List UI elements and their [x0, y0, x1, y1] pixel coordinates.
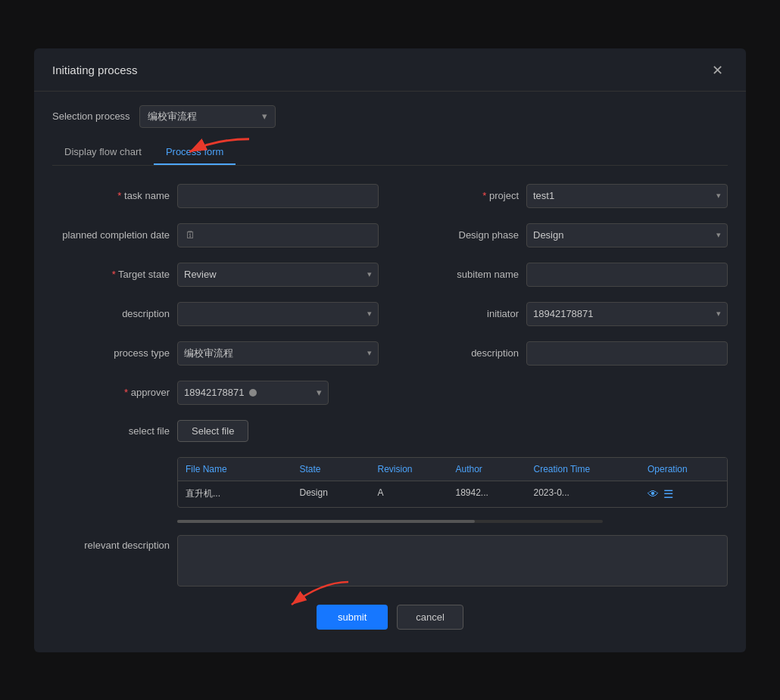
description-chevron-icon: ▾: [367, 309, 372, 319]
initiator-value: 18942178871: [533, 308, 594, 319]
design-phase-label: Design phase: [401, 229, 519, 241]
select-file-section: select file Select file: [52, 420, 728, 442]
dialog-body: Selection process 编校审流程 ▾ Display flow c…: [34, 92, 746, 630]
col-creation-time: Creation Time: [534, 464, 642, 474]
file-revision-cell: A: [378, 487, 450, 501]
target-state-dropdown[interactable]: Review ▾: [177, 263, 379, 287]
col-author: Author: [456, 464, 528, 474]
selection-process-dropdown[interactable]: 编校审流程 ▾: [139, 105, 276, 128]
description-row: description ▾: [52, 302, 379, 326]
approver-dropdown[interactable]: 18942178871 ▾: [177, 381, 329, 405]
tab-arrow-indicator: [181, 134, 249, 161]
col-operation: Operation: [647, 464, 719, 474]
file-table-header: File Name State Revision Author Creation…: [178, 458, 727, 481]
dialog-title: Initiating process: [52, 64, 138, 76]
initiator-row: initiator 18942178871 ▾: [401, 302, 728, 326]
form-grid: task name project test1 ▾ planned comple…: [52, 184, 728, 366]
file-name-cell: 直升机...: [186, 487, 294, 501]
design-phase-value: Design: [533, 229, 563, 241]
scrollbar-thumb: [177, 520, 475, 523]
initiator-chevron-icon: ▾: [716, 309, 721, 319]
target-state-chevron-icon: ▾: [367, 269, 372, 279]
table-row: 直升机... Design A 18942... 2023-0... 👁 ☰: [178, 481, 727, 507]
cancel-button[interactable]: cancel: [397, 605, 463, 630]
col-state: State: [300, 464, 372, 474]
initiator-label: initiator: [401, 308, 519, 319]
description-dropdown[interactable]: ▾: [177, 302, 379, 326]
approver-section: approver 18942178871 ▾: [52, 381, 728, 405]
task-name-row: task name: [52, 184, 379, 208]
task-name-input[interactable]: [177, 184, 379, 208]
description2-row: description: [401, 341, 728, 366]
selection-process-label: Selection process: [52, 110, 130, 122]
dialog: Initiating process ✕ Selection process 编…: [34, 48, 746, 652]
approver-status-dot: [249, 389, 257, 397]
subitem-name-row: subitem name: [401, 263, 728, 287]
col-revision: Revision: [378, 464, 450, 474]
subitem-name-label: subitem name: [401, 269, 519, 280]
form-buttons: submit cancel: [52, 605, 728, 630]
approver-label: approver: [52, 387, 170, 398]
selection-process-value: 编校审流程: [148, 110, 197, 123]
planned-completion-row: planned completion date 🗓: [52, 223, 379, 247]
approver-value: 18942178871: [184, 387, 245, 398]
chevron-down-icon: ▾: [262, 110, 267, 122]
process-type-row: process type 编校审流程 ▾: [52, 341, 379, 366]
subitem-name-input[interactable]: [526, 263, 728, 287]
description2-input[interactable]: [526, 341, 728, 366]
file-operation-cell: 👁 ☰: [647, 487, 719, 501]
planned-completion-label: planned completion date: [52, 229, 170, 241]
target-state-row: Target state Review ▾: [52, 263, 379, 287]
tab-display-flow-chart[interactable]: Display flow chart: [52, 140, 154, 165]
close-button[interactable]: ✕: [707, 61, 728, 80]
calendar-icon: 🗓: [186, 229, 195, 241]
project-dropdown[interactable]: test1 ▾: [526, 184, 728, 208]
planned-completion-input[interactable]: 🗓: [177, 223, 379, 247]
dialog-header: Initiating process ✕: [34, 48, 746, 92]
design-phase-row: Design phase Design ▾: [401, 223, 728, 247]
approver-chevron-icon: ▾: [317, 387, 322, 398]
process-type-dropdown[interactable]: 编校审流程 ▾: [177, 341, 379, 366]
view-icon[interactable]: 👁: [647, 487, 659, 500]
relevant-description-section: relevant description: [52, 535, 728, 586]
detail-icon[interactable]: ☰: [663, 487, 673, 501]
target-state-value: Review: [184, 269, 217, 280]
file-creation-time-cell: 2023-0...: [534, 487, 642, 501]
file-table: File Name State Revision Author Creation…: [177, 457, 728, 508]
select-file-button[interactable]: Select file: [177, 420, 248, 442]
design-phase-dropdown[interactable]: Design ▾: [526, 223, 728, 247]
project-chevron-icon: ▾: [716, 191, 721, 201]
project-row: project test1 ▾: [401, 184, 728, 208]
tabs-row: Display flow chart Process form: [52, 140, 728, 166]
col-filename: File Name: [186, 464, 294, 474]
selection-row: Selection process 编校审流程 ▾: [52, 105, 728, 128]
relevant-description-textarea[interactable]: [177, 535, 728, 586]
submit-arrow-indicator: [269, 578, 352, 612]
process-type-value: 编校审流程: [184, 347, 233, 360]
task-name-label: task name: [52, 190, 170, 201]
project-label: project: [401, 190, 519, 201]
process-type-label: process type: [52, 347, 170, 359]
select-file-label: select file: [52, 425, 170, 437]
relevant-description-label: relevant description: [52, 535, 170, 551]
project-value: test1: [533, 190, 554, 201]
file-state-cell: Design: [300, 487, 372, 501]
description2-label: description: [401, 347, 519, 359]
initiator-dropdown[interactable]: 18942178871 ▾: [526, 302, 728, 326]
description-label: description: [52, 308, 170, 319]
table-scrollbar[interactable]: [177, 520, 603, 523]
file-author-cell: 18942...: [456, 487, 528, 501]
target-state-label: Target state: [52, 269, 170, 280]
process-type-chevron-icon: ▾: [367, 348, 372, 358]
design-phase-chevron-icon: ▾: [716, 230, 721, 240]
